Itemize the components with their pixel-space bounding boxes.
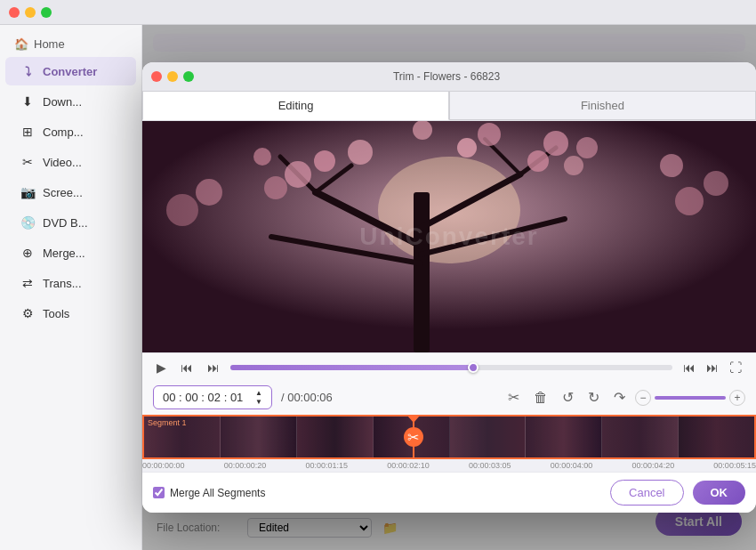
redo-button[interactable]: ↻ (583, 387, 604, 408)
step-back-button[interactable]: ⏮ (177, 359, 197, 376)
svg-point-18 (478, 123, 501, 146)
time-input[interactable] (163, 391, 252, 404)
ts-1: 00:00:00:20 (224, 461, 267, 470)
time-down-arrow[interactable]: ▼ (255, 398, 262, 406)
svg-point-15 (543, 131, 568, 156)
timeline-track[interactable]: Segment 1 (142, 415, 756, 459)
timeline-playhead[interactable]: ✂ (413, 417, 414, 457)
merger-icon: ⊕ (20, 246, 36, 260)
maximize-button[interactable] (41, 7, 52, 18)
svg-point-19 (457, 138, 477, 158)
dvd-icon: 💿 (20, 215, 36, 230)
merge-segments-input[interactable] (153, 487, 165, 498)
sidebar-item-tools-label: Tools (43, 307, 69, 320)
modal-bottom: Merge All Segments Cancel OK (142, 472, 756, 513)
skip-end-button[interactable]: ⏭ (703, 359, 722, 376)
svg-point-22 (413, 121, 432, 140)
cancel-button[interactable]: Cancel (610, 480, 683, 506)
ts-5: 00:00:04:00 (551, 461, 593, 470)
sidebar-item-video-editor[interactable]: ✂ Video... (5, 148, 136, 176)
sidebar-item-dvd-label: DVD B... (43, 216, 88, 230)
sidebar: 🏠 Home ⤵ Converter ⬇ Down... ⊞ Comp... ✂… (0, 25, 142, 550)
sidebar-item-compressor[interactable]: ⊞ Comp... (5, 117, 136, 146)
svg-point-25 (675, 187, 704, 215)
sidebar-item-screen-recorder[interactable]: 📷 Scree... (5, 178, 136, 206)
play-button[interactable]: ▶ (153, 359, 170, 376)
sidebar-item-downloader-label: Down... (43, 95, 82, 109)
downloader-icon: ⬇ (20, 94, 36, 109)
video-watermark: UniConverter (359, 222, 538, 251)
transfer-icon: ⇄ (20, 276, 36, 290)
sidebar-item-converter[interactable]: ⤵ Converter (5, 57, 136, 85)
svg-point-12 (314, 150, 335, 172)
title-bar (0, 0, 756, 25)
sidebar-home-label: Home (34, 37, 65, 51)
time-up-arrow[interactable]: ▲ (255, 389, 262, 397)
ts-0: 00:00:00:00 (142, 461, 185, 470)
ok-button[interactable]: OK (693, 481, 746, 505)
modal-finished-tab[interactable]: Finished (449, 91, 756, 120)
fullscreen-button[interactable]: ⛶ (726, 359, 745, 376)
forward-button[interactable]: ↷ (609, 387, 630, 408)
svg-point-26 (704, 171, 728, 196)
ts-7: 00:00:05:15 (713, 461, 756, 470)
converter-icon: ⤵ (20, 64, 36, 78)
progress-thumb[interactable] (468, 362, 479, 373)
sidebar-item-downloader[interactable]: ⬇ Down... (5, 87, 136, 116)
svg-point-21 (576, 137, 598, 158)
zoom-in-button[interactable]: + (729, 390, 745, 406)
time-input-box[interactable]: ▲ ▼ (153, 385, 272, 409)
modal-title: Trim - Flowers - 66823 (199, 70, 694, 83)
zoom-out-button[interactable]: − (635, 390, 651, 406)
ts-6: 00:00:04:20 (632, 461, 675, 470)
sidebar-item-tools[interactable]: ⚙ Tools (5, 299, 136, 328)
timeline-timestamps: 00:00:00:00 00:00:00:20 00:00:01:15 00:0… (142, 459, 756, 472)
tools-icon: ⚙ (20, 306, 36, 320)
zoom-slider[interactable] (655, 396, 726, 400)
svg-point-17 (564, 156, 583, 175)
time-total: / 00:00:06 (281, 391, 333, 404)
modal-maximize-button[interactable] (183, 71, 194, 82)
modal-titlebar: Trim - Flowers - 66823 (142, 62, 756, 91)
ts-2: 00:00:01:15 (306, 461, 349, 470)
progress-fill (230, 365, 473, 370)
segment-label: Segment 1 (148, 418, 187, 427)
modal-tabs: Editing Finished (142, 91, 756, 121)
scissors-icon[interactable]: ✂ (404, 427, 423, 447)
svg-point-23 (166, 194, 198, 226)
undo-button[interactable]: ↺ (558, 387, 578, 408)
svg-point-13 (264, 176, 287, 199)
sidebar-item-merger[interactable]: ⊕ Merge... (5, 239, 136, 267)
svg-point-24 (196, 179, 222, 206)
sidebar-item-merger-label: Merge... (43, 247, 85, 260)
modal-minimize-button[interactable] (167, 71, 178, 82)
sidebar-item-dvd[interactable]: 💿 DVD B... (5, 208, 136, 237)
modal-editing-tab[interactable]: Editing (142, 91, 449, 120)
progress-bar[interactable] (230, 365, 672, 370)
sidebar-home[interactable]: 🏠 Home (0, 32, 141, 56)
modal-overlay: Trim - Flowers - 66823 Editing Finished (142, 25, 756, 550)
home-icon: 🏠 (14, 37, 28, 51)
sidebar-item-transfer[interactable]: ⇄ Trans... (5, 269, 136, 297)
sidebar-item-converter-label: Converter (43, 65, 97, 78)
minimize-button[interactable] (25, 7, 36, 18)
main-content: 📁+ Add ▾ 🎬+ ▾ Trim ▾ Editing Finished 👤 … (142, 25, 756, 550)
merge-segments-label: Merge All Segments (170, 487, 265, 499)
close-button[interactable] (9, 7, 20, 18)
sidebar-item-compressor-label: Comp... (43, 125, 84, 139)
video-controls: ▶ ⏮ ⏭ ⏮ ⏭ ⛶ (142, 352, 756, 382)
svg-point-14 (348, 140, 373, 165)
sidebar-item-transfer-label: Trans... (43, 277, 82, 290)
skip-start-button[interactable]: ⏮ (680, 359, 699, 376)
svg-point-11 (285, 161, 311, 188)
compressor-icon: ⊞ (20, 125, 36, 139)
cut-button[interactable]: ✂ (503, 387, 524, 408)
video-preview: UniConverter (142, 121, 756, 352)
modal-close-button[interactable] (151, 71, 162, 82)
sidebar-item-screen-label: Scree... (43, 186, 83, 199)
step-forward-button[interactable]: ⏭ (204, 359, 223, 376)
screen-recorder-icon: 📷 (20, 185, 36, 199)
merge-segments-checkbox[interactable]: Merge All Segments (153, 487, 265, 499)
delete-button[interactable]: 🗑 (529, 388, 552, 408)
svg-rect-2 (414, 192, 430, 352)
